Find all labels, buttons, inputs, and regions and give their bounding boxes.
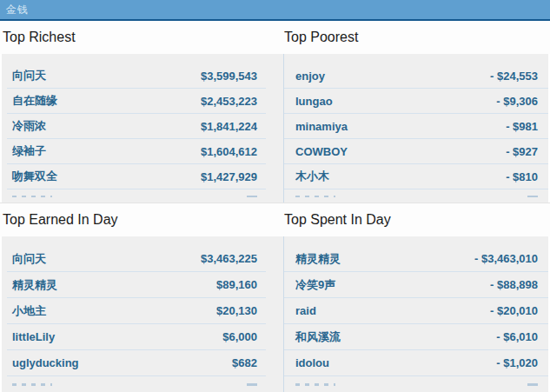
table-row: 自在随缘 $2,453,223 bbox=[7, 89, 266, 114]
money-value: - $3,463,010 bbox=[474, 252, 538, 265]
top-poorest-table: enjoy - $24,553 lungao - $9,306 minamiya… bbox=[283, 54, 548, 203]
table-row: 吻舞双全 $1,427,929 bbox=[7, 164, 266, 189]
player-name[interactable]: 和风溪流 bbox=[295, 329, 341, 345]
table-row: 小地主 $20,130 bbox=[7, 298, 266, 324]
table-row: uglyducking $682 bbox=[7, 350, 266, 376]
player-name[interactable]: 冷雨浓 bbox=[12, 118, 46, 134]
titlebar: 金钱 bbox=[0, 0, 550, 21]
clipped-text-fragment bbox=[247, 383, 257, 386]
player-name[interactable]: 吻舞双全 bbox=[12, 169, 57, 184]
table-row-clipped bbox=[284, 189, 548, 203]
clipped-text-fragment bbox=[295, 196, 335, 197]
player-name[interactable]: 冷笑9声 bbox=[295, 277, 335, 293]
clipped-text-fragment bbox=[295, 383, 335, 386]
top-poorest-column: enjoy - $24,553 lungao - $9,306 minamiya… bbox=[275, 54, 548, 203]
clipped-text-fragment bbox=[247, 196, 257, 197]
table-row: 向问天 $3,463,225 bbox=[7, 246, 266, 272]
player-name[interactable]: 精灵精灵 bbox=[12, 277, 57, 293]
table-row: 精灵精灵 - $3,463,010 bbox=[284, 246, 548, 272]
top-earned-table: 向问天 $3,463,225 精灵精灵 $89,160 小地主 $20,130 … bbox=[7, 236, 266, 392]
money-value: $20,130 bbox=[216, 304, 257, 317]
money-value: $1,427,929 bbox=[201, 170, 257, 183]
clipped-text-fragment bbox=[12, 196, 52, 197]
player-name[interactable]: 向问天 bbox=[12, 251, 46, 267]
money-value: $89,160 bbox=[216, 278, 257, 291]
top-spent-column: 精灵精灵 - $3,463,010 冷笑9声 - $88,898 raid - … bbox=[275, 236, 548, 392]
money-value: - $981 bbox=[506, 120, 538, 133]
player-name[interactable]: 自在随缘 bbox=[12, 93, 57, 109]
money-value: $1,604,612 bbox=[201, 145, 257, 158]
table-row: COWBOY - $927 bbox=[284, 139, 548, 164]
money-value: - $20,010 bbox=[490, 304, 538, 317]
top-richest-table: 向问天 $3,599,543 自在随缘 $2,453,223 冷雨浓 $1,84… bbox=[7, 54, 266, 203]
section-title-top-earned: Top Earned In Day bbox=[0, 212, 273, 228]
table-row: idolou - $1,020 bbox=[284, 350, 548, 376]
table-row: 向问天 $3,599,543 bbox=[7, 63, 266, 89]
player-name[interactable]: idolou bbox=[295, 356, 329, 369]
money-value: - $6,010 bbox=[496, 330, 538, 343]
table-row: raid - $20,010 bbox=[284, 298, 548, 324]
table-row: 冷雨浓 $1,841,224 bbox=[7, 114, 266, 139]
table-row: minamiya - $981 bbox=[284, 114, 548, 139]
table-row: enjoy - $24,553 bbox=[284, 63, 548, 89]
table-row: lungao - $9,306 bbox=[284, 89, 548, 114]
player-name[interactable]: 精灵精灵 bbox=[295, 251, 341, 267]
table-row-clipped bbox=[284, 376, 548, 392]
leaderboard-panel-bottom: 向问天 $3,463,225 精灵精灵 $89,160 小地主 $20,130 … bbox=[2, 236, 548, 392]
money-value: $3,463,225 bbox=[201, 252, 257, 265]
player-name[interactable]: COWBOY bbox=[295, 145, 348, 158]
player-name[interactable]: 向问天 bbox=[12, 68, 46, 83]
player-name[interactable]: enjoy bbox=[295, 70, 325, 83]
section-headers-top: Top Richest Top Poorest bbox=[0, 21, 550, 54]
clipped-text-fragment bbox=[12, 383, 52, 386]
money-value: $1,841,224 bbox=[201, 120, 257, 133]
money-value: - $9,306 bbox=[496, 95, 538, 108]
player-name[interactable]: minamiya bbox=[295, 120, 348, 133]
player-name[interactable]: raid bbox=[295, 304, 316, 317]
money-value: $6,000 bbox=[222, 330, 257, 343]
section-title-top-richest: Top Richest bbox=[0, 30, 273, 45]
player-name[interactable]: 绿袖子 bbox=[12, 143, 46, 159]
player-name[interactable]: 小地主 bbox=[12, 303, 46, 319]
player-name[interactable]: lungao bbox=[295, 95, 333, 108]
money-value: $3,599,543 bbox=[201, 70, 257, 83]
money-value: $2,453,223 bbox=[201, 95, 257, 108]
section-headers-bottom: Top Earned In Day Top Spent In Day bbox=[0, 203, 550, 236]
table-row: 精灵精灵 $89,160 bbox=[7, 272, 266, 298]
table-row-clipped bbox=[7, 189, 266, 203]
section-title-top-spent: Top Spent In Day bbox=[273, 212, 391, 228]
top-spent-table: 精灵精灵 - $3,463,010 冷笑9声 - $88,898 raid - … bbox=[283, 236, 548, 392]
table-row-clipped bbox=[7, 376, 266, 392]
money-value: $682 bbox=[232, 356, 257, 369]
player-name[interactable]: 木小木 bbox=[295, 169, 329, 184]
page-title: 金钱 bbox=[6, 3, 29, 17]
leaderboard-panel-top: 向问天 $3,599,543 自在随缘 $2,453,223 冷雨浓 $1,84… bbox=[2, 54, 548, 203]
top-earned-column: 向问天 $3,463,225 精灵精灵 $89,160 小地主 $20,130 … bbox=[2, 236, 275, 392]
player-name[interactable]: uglyducking bbox=[12, 356, 79, 369]
section-title-top-poorest: Top Poorest bbox=[273, 30, 358, 45]
clipped-text-fragment bbox=[527, 383, 538, 386]
money-value: - $927 bbox=[506, 145, 538, 158]
money-value: - $1,020 bbox=[496, 356, 538, 369]
table-row: littleLily $6,000 bbox=[7, 324, 266, 350]
table-row: 绿袖子 $1,604,612 bbox=[7, 139, 266, 164]
table-row: 木小木 - $810 bbox=[284, 164, 548, 189]
clipped-text-fragment bbox=[527, 196, 538, 197]
top-richest-column: 向问天 $3,599,543 自在随缘 $2,453,223 冷雨浓 $1,84… bbox=[2, 54, 275, 203]
player-name[interactable]: littleLily bbox=[12, 330, 55, 343]
money-value: - $810 bbox=[506, 170, 538, 183]
money-value: - $24,553 bbox=[490, 70, 538, 83]
money-value: - $88,898 bbox=[490, 278, 538, 291]
table-row: 冷笑9声 - $88,898 bbox=[284, 272, 548, 298]
table-row: 和风溪流 - $6,010 bbox=[284, 324, 548, 350]
